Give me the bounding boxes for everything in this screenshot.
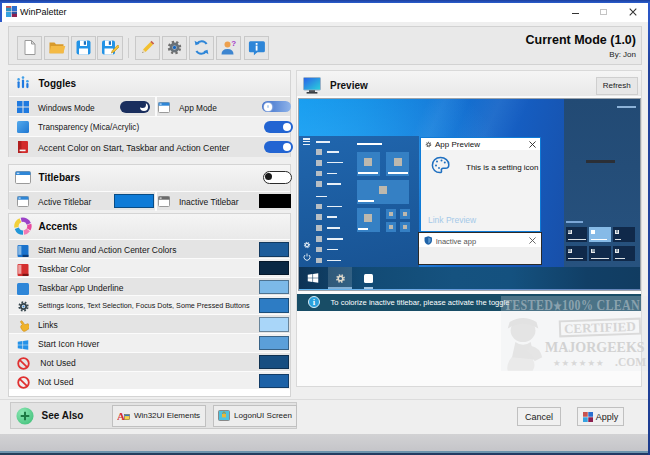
svg-text:A: A [117, 410, 125, 422]
svg-text:?: ? [232, 39, 237, 48]
